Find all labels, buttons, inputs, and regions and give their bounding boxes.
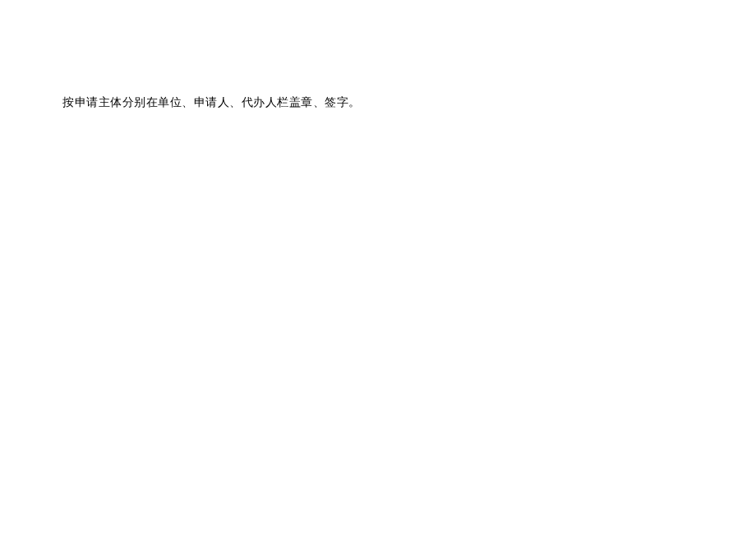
document-body-text: 按申请主体分别在单位、申请人、代办人栏盖章、签字。 — [62, 94, 361, 111]
